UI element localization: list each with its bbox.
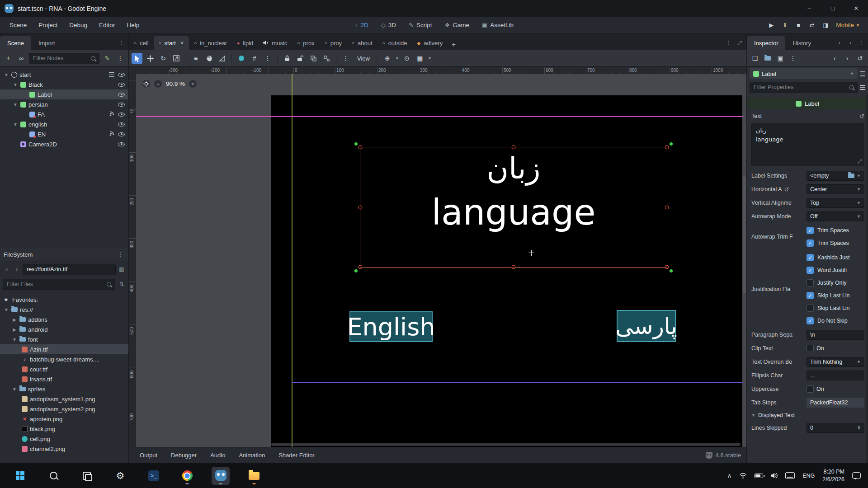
tab-inspector[interactable]: Inspector: [747, 36, 785, 50]
property-tools-icon[interactable]: [860, 71, 865, 76]
spinner-arrows-icon[interactable]: ▲▼: [857, 426, 861, 430]
unlock-icon[interactable]: [295, 53, 306, 64]
godot-app-button[interactable]: [212, 467, 230, 485]
signal-connection-icon[interactable]: [109, 111, 114, 118]
resize-handle[interactable]: [665, 265, 669, 269]
scene-tab-proy[interactable]: ○ proy: [320, 36, 347, 50]
checkbox[interactable]: ✓: [807, 317, 814, 324]
zoom-level[interactable]: 90.9 %: [166, 80, 185, 87]
list-select-tool[interactable]: ≡: [190, 53, 201, 64]
object-history-icon[interactable]: ↺: [854, 53, 865, 64]
scene-tab-outside[interactable]: ○ outside: [377, 36, 412, 50]
instance-scene-icon[interactable]: ∞: [16, 53, 27, 64]
anchor-marker[interactable]: [670, 269, 673, 272]
forward-icon[interactable]: ›: [13, 265, 21, 273]
tab-list-icon[interactable]: ⋮: [725, 39, 733, 47]
2d-viewport[interactable]: -300 -200 -100 0 100 200 300 400 500 600…: [129, 67, 746, 447]
scene-node-english[interactable]: ▼ english: [0, 119, 128, 129]
new-tab-button[interactable]: ＋: [448, 38, 459, 50]
flag-row[interactable]: ✓ Word Justifi: [807, 266, 864, 275]
resize-handle[interactable]: [512, 265, 516, 269]
history-forward-icon[interactable]: ›: [842, 53, 853, 64]
close-tab-icon[interactable]: ✕: [180, 40, 184, 46]
minimize-button[interactable]: –: [797, 0, 821, 17]
audio-button[interactable]: Audio: [205, 450, 231, 460]
scene-node-fa[interactable]: FA: [0, 109, 128, 119]
select-tool[interactable]: [132, 53, 142, 64]
sort-files-icon[interactable]: ⇅: [118, 280, 126, 288]
scene-tab-lipid[interactable]: ● lipid: [232, 36, 258, 50]
scene-tab-music[interactable]: music: [258, 36, 292, 50]
fs-folder-font[interactable]: ▼ font: [0, 334, 128, 344]
focus-selection-icon[interactable]: ⊕: [382, 53, 393, 64]
dock-menu-icon[interactable]: ⋮: [118, 39, 126, 47]
subgroup-displayed-text[interactable]: ▼ Displayed Text: [747, 409, 868, 421]
filesystem-menu-icon[interactable]: ⋮: [117, 250, 125, 258]
hidden-icons-button[interactable]: ∧: [727, 472, 732, 479]
collapse-caret-icon[interactable]: ▼: [13, 82, 18, 87]
save-resource-icon[interactable]: ▣: [775, 53, 786, 64]
rotate-tool[interactable]: ↻: [158, 53, 169, 64]
category-header-label[interactable]: Label: [747, 98, 868, 109]
group-icon[interactable]: [308, 53, 319, 64]
shader-editor-button[interactable]: Shader Editor: [273, 450, 320, 460]
pause-button[interactable]: ‖: [779, 20, 791, 31]
scene-node-persian[interactable]: ▼ persian: [0, 99, 128, 109]
visibility-eye-icon[interactable]: [118, 113, 125, 117]
scene-tab-adivery[interactable]: ◆ adivery: [412, 36, 448, 50]
move-tool[interactable]: [145, 53, 156, 64]
file-explorer-button[interactable]: [245, 467, 263, 485]
resource-menu-icon[interactable]: ⋮: [788, 53, 798, 64]
load-icon[interactable]: [848, 174, 854, 178]
horizontal-scrollbar[interactable]: [271, 443, 741, 446]
speaker-icon[interactable]: [771, 473, 778, 479]
workspace-tab-game[interactable]: ❖ Game: [440, 20, 474, 30]
ungroup-icon[interactable]: [321, 53, 332, 64]
inspector-scrollbar[interactable]: [866, 94, 868, 463]
resize-handle[interactable]: [665, 205, 669, 209]
fs-file-irsans[interactable]: irsans.ttf: [0, 374, 128, 384]
menu-debug[interactable]: Debug: [63, 17, 93, 34]
smart-snap-toggle[interactable]: [236, 53, 247, 64]
visibility-eye-icon[interactable]: [118, 73, 125, 77]
vertical-guide[interactable]: [292, 74, 292, 447]
tab-history[interactable]: History: [785, 36, 818, 50]
filter-options-icon[interactable]: [860, 85, 865, 90]
start-button[interactable]: [11, 467, 29, 485]
scene-node-camera2d[interactable]: Camera2D: [0, 139, 128, 149]
menu-project[interactable]: Project: [33, 17, 63, 34]
flag-row[interactable]: ✓ Trim Spaces: [807, 226, 864, 235]
scene-tab-in-nuclear[interactable]: ○ in_nuclear: [189, 36, 232, 50]
visibility-eye-icon[interactable]: [118, 142, 125, 146]
back-icon[interactable]: ‹: [3, 265, 11, 273]
fs-folder-sprites[interactable]: ▼ sprites: [0, 384, 128, 394]
skeleton-options-icon[interactable]: ⋮: [340, 53, 351, 64]
close-button[interactable]: ✕: [844, 0, 868, 17]
history-back-icon[interactable]: ‹: [829, 53, 840, 64]
resize-handle[interactable]: [359, 145, 363, 150]
chevron-down-icon[interactable]: ▼: [428, 56, 432, 61]
anchor-marker[interactable]: [354, 142, 358, 145]
view-menu[interactable]: View: [354, 55, 373, 62]
checkbox[interactable]: ✓: [807, 305, 814, 312]
tab-import[interactable]: Import: [31, 36, 62, 50]
maximize-button[interactable]: □: [821, 0, 844, 17]
fs-file-azin[interactable]: Azin.ttf: [0, 344, 128, 354]
resize-handle[interactable]: [359, 265, 363, 269]
collapse-caret-icon[interactable]: ▼: [4, 72, 9, 77]
pan-tool[interactable]: [203, 53, 214, 64]
animation-button[interactable]: Animation: [233, 450, 270, 460]
remote-debug-icon[interactable]: ⇄: [806, 20, 818, 31]
revert-icon[interactable]: ↺: [784, 186, 789, 193]
lines-skipped-spinner[interactable]: 0 ▲▼: [807, 423, 864, 433]
tab-stops-array-button[interactable]: PackedFloat32: [807, 398, 864, 408]
scene-tree-menu-icon[interactable]: ⋮: [115, 53, 126, 64]
overrun-behavior-dropdown[interactable]: Trim Nothing ▼: [807, 357, 864, 367]
fs-file-cell[interactable]: cell.png: [0, 434, 128, 444]
touch-keyboard-icon[interactable]: [785, 472, 795, 479]
visibility-eye-icon[interactable]: [118, 132, 125, 136]
resize-handle[interactable]: [359, 205, 363, 209]
split-view-icon[interactable]: ▥: [118, 265, 126, 273]
filter-files-input[interactable]: Filter Files: [3, 279, 115, 290]
fs-file-andoplasm2[interactable]: andoplasm_system2.png: [0, 404, 128, 414]
